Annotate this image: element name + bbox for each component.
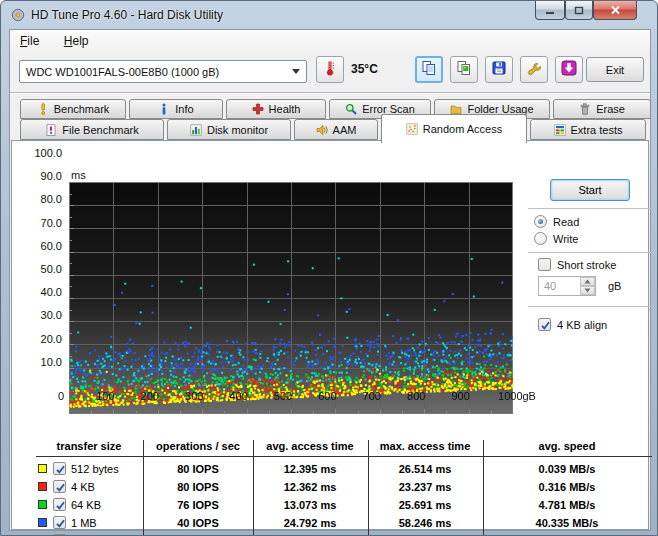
table-cell: 23.237 ms	[399, 481, 452, 493]
short-stroke-unit-label: gB	[608, 280, 621, 292]
tab-label: Erase	[596, 103, 625, 115]
table-cell: 40.335 MB/s	[536, 517, 599, 529]
short-stroke-checkbox[interactable]	[538, 258, 551, 271]
save-button[interactable]	[485, 56, 513, 83]
tab-health[interactable]: Health	[226, 99, 326, 119]
menu-file[interactable]: File	[10, 30, 49, 52]
table-header-4: avg. speed	[539, 440, 596, 452]
tab-disk-monitor[interactable]: Disk monitor	[167, 119, 291, 140]
x-axis-tick-label: 300	[185, 390, 203, 402]
y-axis-tick-label: 80.0	[18, 193, 62, 205]
y-axis-tick-label: 50.0	[18, 263, 62, 275]
client-area: File Help WDC WD1001FALS-00E8B0 (1000 gB…	[9, 29, 651, 531]
menu-bar: File Help	[10, 30, 650, 54]
tab-random-access[interactable]: Random Access	[381, 114, 527, 143]
table-cell: 26.514 ms	[399, 463, 452, 475]
tab-info[interactable]: Info	[129, 99, 223, 119]
transfer-size-label: 64 KB	[71, 499, 101, 511]
write-radio-row: Write	[534, 232, 578, 245]
table-column-separator	[368, 440, 369, 536]
tab-label: File Benchmark	[62, 124, 138, 136]
tab-label: Health	[269, 103, 301, 115]
tab-label: Disk monitor	[207, 124, 268, 136]
maximize-icon	[574, 1, 584, 19]
tab-erase[interactable]: Erase	[553, 99, 651, 119]
maximize-button[interactable]	[565, 1, 593, 20]
write-radio[interactable]	[534, 232, 547, 245]
table-cell: 0.316 MB/s	[539, 481, 596, 493]
x-axis-tick-label: 800	[407, 390, 425, 402]
table-cell: 12.395 ms	[284, 463, 337, 475]
chevron-down-icon	[292, 69, 300, 74]
series-visibility-checkbox[interactable]	[53, 498, 66, 511]
y-axis-tick-label: 30.0	[18, 309, 62, 321]
title-bar: HD Tune Pro 4.60 - Hard Disk Utility	[1, 1, 658, 29]
tools-button[interactable]	[520, 56, 548, 83]
update-arrow-icon	[561, 60, 577, 80]
error-scan-icon	[345, 103, 357, 115]
spin-up-button[interactable]	[580, 277, 595, 286]
transfer-size-label: 1 MB	[71, 517, 97, 529]
table-cell: 0.039 MB/s	[539, 463, 596, 475]
drive-select[interactable]: WDC WD1001FALS-00E8B0 (1000 gB)	[19, 60, 307, 83]
tab-label: Extra tests	[571, 124, 623, 136]
close-icon	[610, 1, 621, 19]
table-header-0: transfer size	[57, 440, 122, 452]
copy-image-icon	[456, 60, 472, 80]
table-cell: 4.781 MB/s	[539, 499, 596, 511]
x-axis-tick-label: 0	[58, 390, 64, 402]
x-axis-tick-label: 500	[274, 390, 292, 402]
read-radio-row: Read	[534, 215, 579, 228]
window-title: HD Tune Pro 4.60 - Hard Disk Utility	[31, 8, 223, 22]
tab-benchmark[interactable]: Benchmark	[20, 99, 126, 119]
x-axis-tick-label: 200	[141, 390, 159, 402]
series-color-swatch	[38, 518, 47, 527]
x-axis-tick-label: 100	[96, 390, 114, 402]
tab-label: AAM	[333, 124, 357, 136]
tab-aam[interactable]: AAM	[294, 119, 378, 140]
series-visibility-checkbox[interactable]	[53, 516, 66, 529]
disk-monitor-icon	[190, 124, 202, 136]
transfer-size-label: 512 bytes	[71, 463, 119, 475]
menu-help[interactable]: Help	[54, 30, 99, 52]
app-icon	[11, 8, 25, 26]
tab-file-benchmark[interactable]: File Benchmark	[20, 119, 164, 140]
toolbar-separator	[10, 92, 650, 94]
read-radio[interactable]	[534, 215, 547, 228]
x-axis-tick-label: 400	[229, 390, 247, 402]
table-cell: 25.691 ms	[399, 499, 452, 511]
copy-to-clipboard-button[interactable]	[415, 56, 443, 83]
4kb-align-checkbox[interactable]	[538, 318, 551, 331]
x-axis-tick-label: 600	[318, 390, 336, 402]
tab-label: Benchmark	[54, 103, 110, 115]
tab-extra-tests[interactable]: Extra tests	[530, 119, 646, 140]
table-cell: 58.246 ms	[399, 517, 452, 529]
exit-button[interactable]: Exit	[586, 57, 644, 82]
series-visibility-checkbox[interactable]	[53, 462, 66, 475]
file-benchmark-icon	[45, 124, 57, 136]
start-button[interactable]: Start	[550, 179, 630, 201]
divider	[528, 306, 654, 307]
copy-image-button[interactable]	[450, 56, 478, 83]
start-label: Start	[578, 184, 601, 196]
app-window: HD Tune Pro 4.60 - Hard Disk Utility Fil…	[0, 0, 658, 536]
info-icon	[158, 103, 170, 115]
short-stroke-size-input[interactable]: 40	[538, 276, 596, 296]
update-button[interactable]	[555, 56, 583, 83]
series-visibility-checkbox[interactable]	[53, 480, 66, 493]
minimize-button[interactable]	[535, 1, 565, 20]
series-color-swatch	[38, 482, 47, 491]
spin-down-button[interactable]	[580, 286, 595, 295]
tab-label: Info	[175, 103, 193, 115]
short-stroke-label: Short stroke	[557, 259, 616, 271]
drive-select-value: WDC WD1001FALS-00E8B0 (1000 gB)	[26, 66, 219, 78]
close-button[interactable]	[593, 1, 637, 20]
table-cell: 12.362 ms	[284, 481, 337, 493]
x-axis-tick-label: 1000gB	[498, 390, 536, 402]
y-axis-tick-label: 40.0	[18, 286, 62, 298]
temperature-button[interactable]	[316, 56, 344, 83]
table-header-3: max. access time	[380, 440, 471, 452]
copy-pages-icon	[421, 60, 437, 80]
minimize-icon	[545, 1, 555, 19]
y-axis-tick-label: 70.0	[18, 217, 62, 229]
